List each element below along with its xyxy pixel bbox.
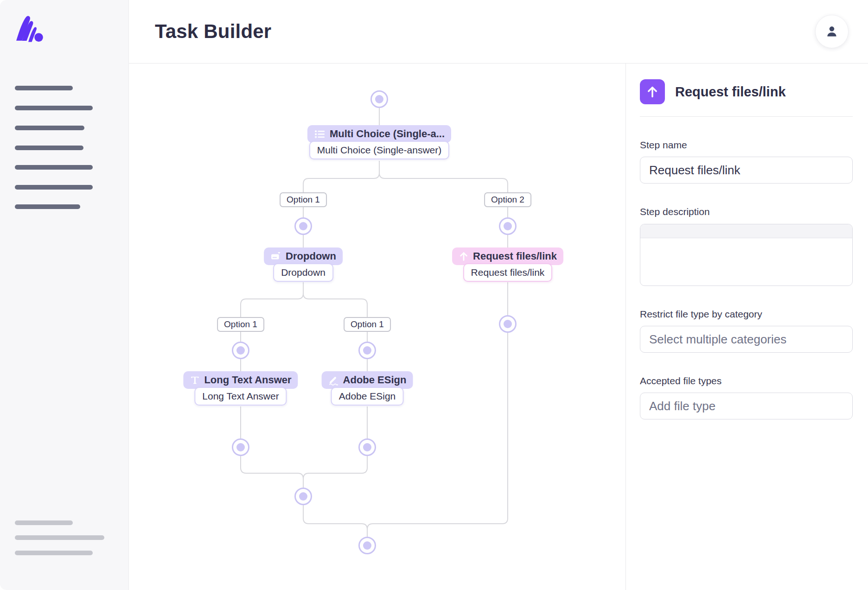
skeleton-line (15, 146, 83, 150)
branch-label: Option 1 (280, 192, 327, 207)
flow-dot (358, 438, 376, 456)
node-dropdown[interactable]: Dropdown Dropdown (264, 247, 343, 282)
skeleton-line (15, 535, 104, 540)
avatar[interactable] (815, 15, 849, 48)
branch-label: Option 1 (344, 317, 391, 332)
node-multi-choice[interactable]: Multi Choice (Single-a... Multi Choice (… (307, 125, 451, 159)
flow-dot (499, 315, 517, 333)
skeleton-line (15, 204, 80, 209)
step-settings-panel: Request files/link Step name Step descri… (625, 63, 868, 590)
flow-dot (232, 342, 249, 359)
node-title: Multi Choice (Single-a... (330, 128, 445, 140)
branch-label: Option 2 (484, 192, 531, 207)
description-toolbar (640, 224, 852, 238)
flow-dot (358, 342, 376, 359)
upload-arrow-icon (640, 79, 665, 104)
node-subtitle: Dropdown (273, 263, 333, 282)
sidebar (0, 0, 129, 590)
upload-arrow-icon (459, 251, 469, 261)
skeleton-line (15, 165, 93, 170)
panel-header: Request files/link (640, 79, 853, 104)
node-subtitle: Multi Choice (Single-answer) (309, 141, 449, 159)
node-subtitle: Long Text Answer (194, 387, 287, 406)
branch-label: Option 1 (217, 317, 264, 332)
node-title: Long Text Answer (204, 374, 291, 386)
app-logo-icon (15, 14, 46, 43)
task-builder-app: Task Builder (0, 0, 868, 590)
panel-title: Request files/link (675, 84, 786, 100)
node-long-text-answer[interactable]: Long Text Answer Long Text Answer (183, 371, 298, 406)
file-type-input[interactable] (640, 393, 853, 419)
restrict-category-label: Restrict file type by category (640, 309, 853, 320)
step-description-textarea[interactable] (640, 224, 853, 286)
skeleton-line (15, 106, 93, 110)
flow-dot (232, 438, 249, 456)
text-icon (190, 375, 200, 385)
skeleton-line (15, 551, 93, 555)
flow-canvas[interactable]: Option 1 Option 2 Option 1 Option 1 (129, 63, 625, 590)
node-title: Request files/link (473, 250, 557, 262)
flow-dot (499, 217, 517, 235)
accepted-file-types-label: Accepted file types (640, 375, 853, 387)
node-adobe-esign[interactable]: Adobe ESign Adobe ESign (322, 371, 413, 406)
select-icon (270, 251, 281, 262)
skeleton-line (15, 185, 93, 190)
node-subtitle: Adobe ESign (331, 387, 404, 406)
flow-end-dot (358, 537, 376, 554)
step-name-label: Step name (640, 140, 853, 151)
skeleton-line (15, 86, 73, 90)
node-request-files[interactable]: Request files/link Request files/link (452, 247, 563, 282)
page-title: Task Builder (155, 20, 271, 43)
top-bar: Task Builder (129, 0, 868, 63)
skeleton-line (15, 520, 73, 525)
step-description-label: Step description (640, 206, 853, 217)
flow-start-dot (370, 90, 388, 108)
step-name-input[interactable] (640, 157, 853, 184)
divider (640, 116, 853, 117)
category-multiselect[interactable] (640, 326, 853, 353)
flow-dot (294, 488, 312, 505)
person-icon (824, 24, 840, 39)
node-title: Adobe ESign (343, 374, 407, 386)
flow-dot (294, 217, 312, 235)
node-title: Dropdown (286, 250, 336, 262)
list-icon (314, 128, 326, 140)
node-subtitle: Request files/link (463, 263, 553, 282)
signature-icon (328, 375, 339, 386)
skeleton-line (15, 126, 84, 130)
